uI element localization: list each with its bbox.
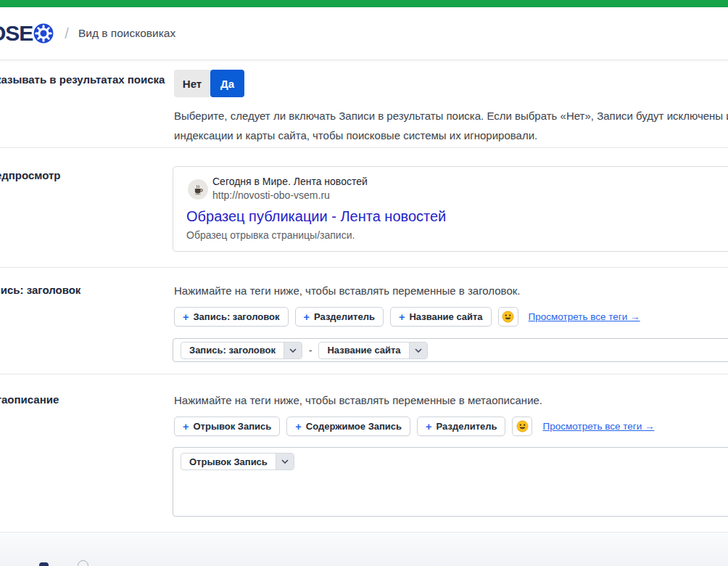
insert-tag-button[interactable]: + Содержимое Запись (286, 417, 410, 436)
plus-icon: + (304, 311, 310, 323)
meta-description-tag-buttons: + Отрывок Запись + Содержимое Запись + Р… (174, 417, 654, 436)
chevron-down-icon[interactable] (284, 343, 302, 358)
seo-title-tag-buttons: + Запись: заголовок + Разделитель + Назв… (174, 307, 640, 327)
variable-chip[interactable]: Отрывок Запись (181, 453, 294, 470)
view-all-tags-link[interactable]: Просмотреть все теги → (542, 421, 654, 432)
variable-chip-label: Название сайта (319, 343, 408, 358)
section-divider (0, 267, 728, 268)
insert-tag-button[interactable]: + Отрывок Запись (174, 417, 280, 436)
chip-separator: - (309, 345, 312, 356)
section-divider (0, 147, 728, 148)
insert-tag-button[interactable]: + Запись: заголовок (174, 307, 289, 327)
meta-description-label: Метаописание (0, 393, 59, 406)
seo-title-label: Запись: заголовок (0, 284, 80, 296)
seo-search-appearance-page: OSE / Вид в поисковиках Показывать в рез… (0, 0, 728, 566)
coffee-cup-icon (188, 179, 208, 200)
variable-chip[interactable]: Запись: заголовок (181, 342, 302, 359)
toggle-no-button[interactable]: Нет (174, 70, 210, 97)
tag-button-label: Содержимое Запись (306, 421, 402, 432)
preview-site-name: Сегодня в Мире. Лента новостей (212, 176, 368, 187)
yoast-logo-fragment-icon (39, 562, 49, 566)
emoji-picker-button[interactable] (512, 417, 532, 436)
smiley-icon (516, 420, 529, 432)
tag-button-label: Разделитель (314, 311, 375, 322)
description-line: Выберите, следует ли включать Записи в р… (174, 106, 728, 126)
tag-button-label: Запись: заголовок (193, 311, 279, 322)
insert-tag-button[interactable]: + Название сайта (390, 307, 492, 327)
seo-title-input[interactable]: Запись: заголовок - Название сайта (173, 338, 728, 362)
plus-icon: + (183, 421, 189, 432)
variable-chip-label: Запись: заголовок (181, 343, 284, 358)
preview-excerpt: Образец отрывка страницы/записи. (186, 229, 355, 241)
header: OSE / Вид в поисковиках (0, 7, 728, 60)
plus-icon: + (295, 421, 301, 432)
gear-icon (33, 23, 54, 44)
plus-icon: + (183, 311, 189, 323)
smiley-icon (502, 311, 514, 323)
yoast-seo-logo[interactable]: OSE (0, 21, 54, 46)
meta-description-help: Нажимайте на теги ниже, чтобы вставлять … (174, 394, 542, 406)
insert-tag-button[interactable]: + Разделитель (417, 417, 505, 436)
tag-button-label: Отрывок Запись (193, 421, 271, 432)
chevron-down-icon[interactable] (276, 454, 294, 469)
breadcrumb-separator: / (65, 25, 69, 42)
logo-text: OSE (0, 21, 33, 46)
search-result-preview: Сегодня в Мире. Лента новостей http://no… (173, 166, 728, 252)
view-all-tags-link[interactable]: Просмотреть все теги → (529, 311, 640, 322)
emoji-picker-button[interactable] (498, 307, 518, 327)
toggle-yes-button[interactable]: Да (210, 70, 244, 97)
description-line: индексации и карты сайта, чтобы поисковы… (174, 126, 728, 145)
footer (0, 532, 728, 566)
show-in-search-description: Выберите, следует ли включать Записи в р… (174, 106, 728, 145)
plus-icon: + (426, 421, 431, 432)
tag-button-label: Разделитель (437, 421, 497, 432)
insert-tag-button[interactable]: + Разделитель (295, 307, 384, 327)
plus-icon: + (399, 311, 405, 323)
seo-title-help: Нажимайте на теги ниже, чтобы вставлять … (174, 284, 520, 297)
show-in-search-label: Показывать в результатах поиска (0, 73, 165, 86)
top-accent-bar (0, 0, 728, 7)
variable-chip[interactable]: Название сайта (318, 342, 427, 359)
preview-url: http://novosti-obo-vsem.ru (212, 189, 330, 201)
variable-chip-label: Отрывок Запись (181, 454, 276, 469)
page-title: Вид в поисковиках (78, 27, 175, 40)
show-in-search-toggle: Нет Да (174, 70, 244, 97)
preview-result-title: Образец публикации - Лента новостей (186, 208, 446, 225)
preview-label: Предпросмотр (0, 169, 61, 181)
section-divider (0, 374, 728, 374)
chevron-down-icon[interactable] (409, 343, 427, 358)
tag-button-label: Название сайта (409, 311, 482, 322)
help-circle-icon[interactable] (78, 560, 88, 566)
meta-description-textarea[interactable]: Отрывок Запись (173, 447, 728, 517)
